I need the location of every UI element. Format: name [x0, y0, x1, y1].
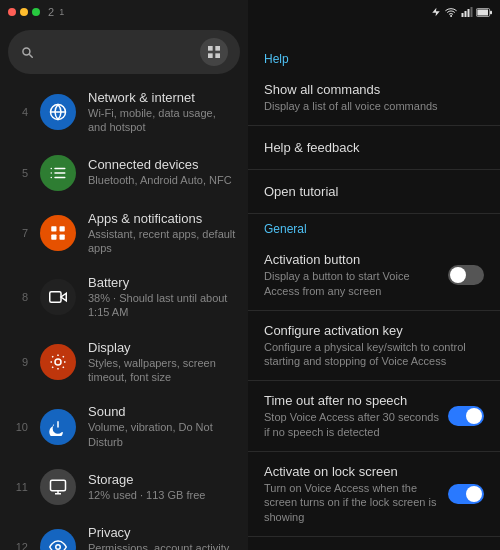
- dot-green: [32, 8, 40, 16]
- item-subtitle: Wi-Fi, mobile, data usage, and hotspot: [88, 106, 236, 135]
- svg-rect-20: [471, 7, 473, 17]
- toggle-time-out-after-no-speech[interactable]: [448, 406, 484, 426]
- item-title: Sound: [88, 404, 236, 419]
- right-item-title: Help & feedback: [264, 140, 484, 155]
- svg-point-13: [56, 545, 61, 550]
- right-item-activation-button[interactable]: Activation button Display a button to st…: [248, 240, 500, 311]
- status-bar-right: [248, 0, 500, 24]
- svg-point-11: [55, 359, 61, 365]
- toggle-activation-button[interactable]: [448, 265, 484, 285]
- bolt-icon: [431, 5, 441, 19]
- dot-red: [8, 8, 16, 16]
- window-number: 2: [48, 6, 54, 18]
- search-bar[interactable]: [8, 30, 240, 74]
- right-item-title: Configure activation key: [264, 323, 484, 338]
- svg-point-16: [451, 16, 452, 17]
- item-title: Apps & notifications: [88, 211, 236, 226]
- svg-rect-2: [208, 53, 213, 58]
- right-item-subtitle: Configure a physical key/switch to contr…: [264, 340, 484, 369]
- section-label-general: General: [248, 214, 500, 240]
- item-title: Connected devices: [88, 157, 236, 172]
- svg-rect-6: [51, 226, 56, 231]
- settings-item-connected-devices[interactable]: 5 Connected devices Bluetooth, Android A…: [0, 145, 248, 201]
- right-item-activate-on-lock-screen[interactable]: Activate on lock screen Turn on Voice Ac…: [248, 452, 500, 537]
- svg-rect-23: [477, 9, 488, 15]
- right-item-open-tutorial[interactable]: Open tutorial: [248, 170, 500, 214]
- item-subtitle: Permissions, account activity, personal …: [88, 541, 236, 550]
- row-num: 10: [12, 421, 28, 433]
- left-panel: 2 1 4 Network & internet Wi-Fi, mobile, …: [0, 0, 248, 550]
- settings-item-privacy[interactable]: 12 Privacy Permissions, account activity…: [0, 515, 248, 550]
- svg-rect-9: [60, 234, 65, 239]
- page-title: [248, 24, 500, 44]
- search-icon: [20, 45, 34, 59]
- settings-item-apps--notifications[interactable]: 7 Apps & notifications Assistant, recent…: [0, 201, 248, 266]
- svg-rect-8: [51, 234, 56, 239]
- item-title: Privacy: [88, 525, 236, 540]
- row-num: 8: [12, 291, 28, 303]
- row-num: 9: [12, 356, 28, 368]
- right-item-configure-activation-key: Configure activation key Configure a phy…: [248, 311, 500, 382]
- svg-rect-3: [215, 53, 220, 58]
- item-icon: [40, 469, 76, 505]
- status-bar-left: 2 1: [0, 0, 248, 24]
- toggle-activate-on-lock-screen[interactable]: [448, 484, 484, 504]
- right-content: Help Show all commands Display a list of…: [248, 24, 500, 550]
- svg-rect-1: [215, 46, 220, 51]
- settings-item-battery[interactable]: 8 Battery 38% · Should last until about …: [0, 265, 248, 330]
- row-num: 12: [12, 541, 28, 550]
- item-title: Storage: [88, 472, 236, 487]
- row-num: 5: [12, 167, 28, 179]
- item-title: Display: [88, 340, 236, 355]
- right-item-time-out-after-no-speech[interactable]: Time out after no speech Stop Voice Acce…: [248, 381, 500, 452]
- settings-item-sound[interactable]: 10 Sound Volume, vibration, Do Not Distu…: [0, 394, 248, 459]
- section-label-help: Help: [248, 44, 500, 70]
- settings-item-network--internet[interactable]: 4 Network & internet Wi-Fi, mobile, data…: [0, 80, 248, 145]
- right-item-help--feedback[interactable]: Help & feedback: [248, 126, 500, 170]
- item-subtitle: Bluetooth, Android Auto, NFC: [88, 173, 236, 187]
- item-subtitle: 12% used · 113 GB free: [88, 488, 236, 502]
- dot-yellow: [20, 8, 28, 16]
- right-item-activate-for-incoming-calls[interactable]: Activate for incoming calls Turn on Voic…: [248, 537, 500, 550]
- wifi-icon: [444, 6, 458, 18]
- item-subtitle: Styles, wallpapers, screen timeout, font…: [88, 356, 236, 385]
- right-item-subtitle: Turn on Voice Access when the screen tur…: [264, 481, 440, 524]
- toggle-knob: [466, 486, 482, 502]
- toggle-knob: [450, 267, 466, 283]
- battery-icon: [476, 7, 492, 18]
- svg-rect-0: [208, 46, 213, 51]
- item-subtitle: Volume, vibration, Do Not Disturb: [88, 420, 236, 449]
- right-item-title: Activation button: [264, 252, 440, 267]
- signal-icon: [461, 6, 473, 18]
- right-item-title: Show all commands: [264, 82, 484, 97]
- svg-rect-10: [50, 292, 61, 303]
- row-num: 7: [12, 227, 28, 239]
- right-item-subtitle: Display a list of all voice commands: [264, 99, 484, 113]
- right-item-show-all-commands: Show all commands Display a list of all …: [248, 70, 500, 126]
- svg-rect-19: [468, 9, 470, 17]
- item-subtitle: 38% · Should last until about 1:15 AM: [88, 291, 236, 320]
- right-item-subtitle: Display a button to start Voice Access f…: [264, 269, 440, 298]
- item-icon: [40, 155, 76, 191]
- item-title: Battery: [88, 275, 236, 290]
- right-item-subtitle: Stop Voice Access after 30 seconds if no…: [264, 410, 440, 439]
- account-icon[interactable]: [200, 38, 228, 66]
- svg-rect-17: [462, 13, 464, 17]
- right-item-title: Activate on lock screen: [264, 464, 440, 479]
- svg-rect-7: [60, 226, 65, 231]
- settings-item-display[interactable]: 9 Display Styles, wallpapers, screen tim…: [0, 330, 248, 395]
- settings-item-storage[interactable]: 11 Storage 12% used · 113 GB free: [0, 459, 248, 515]
- item-icon: [40, 409, 76, 445]
- item-icon: [40, 344, 76, 380]
- svg-rect-12: [51, 480, 66, 491]
- settings-list: 4 Network & internet Wi-Fi, mobile, data…: [0, 80, 248, 550]
- window-indicator: 1: [59, 7, 64, 17]
- right-item-title: Time out after no speech: [264, 393, 440, 408]
- item-icon: [40, 94, 76, 130]
- toggle-knob: [466, 408, 482, 424]
- item-title: Network & internet: [88, 90, 236, 105]
- right-item-title: Open tutorial: [264, 184, 484, 199]
- item-subtitle: Assistant, recent apps, default apps: [88, 227, 236, 256]
- item-icon: [40, 529, 76, 550]
- svg-rect-22: [490, 10, 492, 13]
